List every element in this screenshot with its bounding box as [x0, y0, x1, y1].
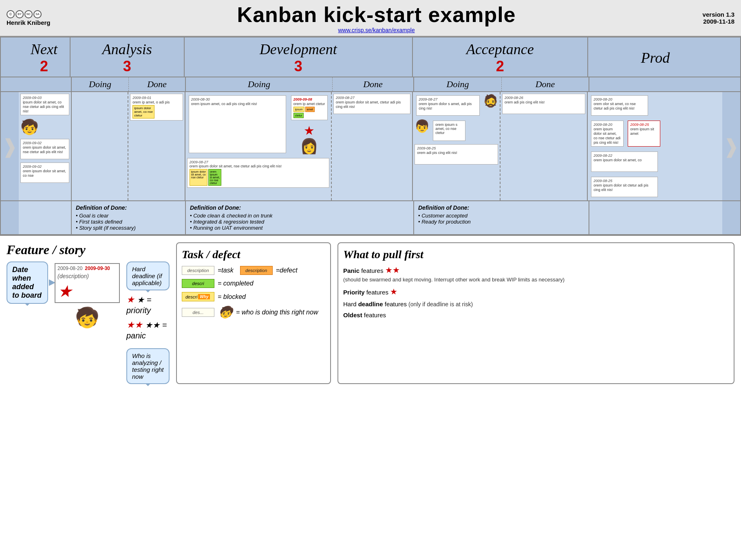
right-arrow-icon[interactable]: ❱	[723, 135, 739, 158]
prod-card-2: 2009-08-20 orem ipsum dolor sit amet, co…	[591, 121, 624, 147]
definition-row: Definition of Done: • Goal is clear • Fi…	[1, 200, 740, 234]
prod-card-5: 2009-08-25 orem ipsum dolor sit ctetur a…	[591, 177, 658, 197]
task-defect-title: Task / defect	[182, 248, 325, 261]
acc-done-card: 2009-08-26 orem adi pis cing elit nis!	[502, 94, 585, 114]
who-doing-chip: des... 🧒	[182, 305, 233, 319]
hard-deadline-text: Hard deadline (if applicable)	[132, 266, 162, 286]
story-star: ★	[57, 282, 117, 301]
right-annotations: Hard deadline (if applicable) ★ ★ = prio…	[126, 261, 170, 384]
dev-card-1: 2009-08-30 orem ipsum amet, co adi pis c…	[189, 95, 286, 153]
pull-item-3: Hard deadline features (only if deadline…	[343, 301, 729, 307]
card-text-3: orem ipsum dolor sit amet, co nse	[23, 169, 66, 178]
def-dev-items: • Code clean & checked in on trunk • Int…	[190, 213, 409, 231]
completed-chip: descri	[182, 279, 214, 288]
pull-item-2: Priority features ★	[343, 287, 729, 296]
dd-date-1: 2009-08-27	[336, 96, 408, 100]
analysis-wip: 3	[123, 58, 131, 75]
pull-1-bold: Panic	[343, 267, 359, 274]
who-analyzing-text: Who is analyzing / testing right now	[132, 352, 164, 380]
lower-section: Feature / story Date when added to board…	[0, 235, 741, 391]
def-prod	[589, 201, 722, 234]
ac-date-1: 2009-08-27	[419, 97, 477, 101]
right-arrow-spacer	[723, 37, 740, 77]
col-header-prod: Prod	[588, 37, 723, 77]
who-task-chip: des...	[182, 308, 214, 317]
task-chip-label: description	[187, 268, 209, 273]
dev-doing-top: 2009-08-30 orem ipsum amet, co adi pis c…	[185, 92, 331, 156]
header-right: version 1.3 2009-11-18	[703, 11, 734, 25]
col-header-dev: Development 3	[185, 37, 413, 77]
analysis-title: Analysis	[102, 41, 152, 58]
dev-wip: 3	[294, 58, 302, 75]
dev-doing-col: 2009-08-30 orem ipsum amet, co adi pis c…	[185, 92, 332, 200]
hard-deadline-bubble: Hard deadline (if applicable)	[126, 261, 170, 290]
acc-doing-top: 2009-08-27 orem ipsum dolor s amet, adi …	[413, 92, 499, 119]
analysis-done-col: 2009-09-01 orem ip amet, o adi pis ipsum…	[128, 92, 185, 200]
prod-card-1: 2009-08-20 orem olor sit amet, co nse ct…	[591, 95, 648, 116]
pc-text-3: orem ipsum sit amet	[630, 127, 654, 136]
left-arrow-spacer	[1, 37, 18, 77]
pc-text-5: orem ipsum dolor sit ctetur adi pis cing…	[593, 183, 648, 192]
sticky-1: ipsum doloramet, co nsectetur	[132, 105, 154, 119]
card-date-2: 2009-09-02	[23, 141, 67, 145]
pull-1-note: (should be swarmed and kept moving. Inte…	[343, 277, 729, 283]
col-header-analysis: Analysis 3	[71, 37, 185, 77]
pull-1-stars: ★★	[385, 266, 400, 275]
acc-card-3: 2009-08-25 orem adi pis cing elit nis!	[415, 144, 498, 165]
sh-prod-space	[589, 77, 722, 91]
prod-cards-top: 2009-08-20 orem olor sit amet, co nse ct…	[589, 94, 721, 199]
pc-text-2: orem ipsum dolor sit amet, co nse ctetur…	[593, 127, 620, 145]
card-date-3: 2009-09-02	[23, 165, 67, 169]
col-header-acceptance: Acceptance 2	[413, 37, 588, 77]
date-added-text: Date when added to board	[12, 266, 42, 299]
ad-date-1: 2009-09-01	[132, 96, 181, 100]
blocked-label: = blocked	[218, 293, 246, 301]
next-person-row: 🧒	[19, 117, 71, 137]
sh-acc-doing: Doing	[414, 77, 502, 91]
ad-text-1: orem ip amet, o adi pis	[132, 100, 170, 104]
ac-text-3: orem adi pis cing elit nis!	[417, 151, 457, 155]
dev-done-col: 2009-08-27 orem ipsum dolor sit amet, ct…	[332, 92, 413, 200]
author-name: Henrik Kniberg	[7, 19, 51, 26]
ac-text-2: orem ipsum s amet, co nse ctetur	[435, 123, 457, 135]
def-acc-title: Definition of Done:	[418, 204, 584, 211]
defect-equals-label: =defect	[276, 267, 298, 274]
acceptance-doing-col: 2009-08-27 orem ipsum dolor s amet, adi …	[413, 92, 500, 200]
completed-chip-label: descri	[192, 281, 204, 286]
sh-analysis-doing: Doing	[72, 77, 129, 91]
story-card: 2009-08-20 2009-09-30 (description) ★	[55, 263, 120, 303]
pc-date-1: 2009-08-20	[593, 97, 646, 101]
story-card-dates: 2009-08-20 2009-09-30	[57, 266, 117, 271]
sh-right-space	[722, 77, 740, 91]
next-card-3: 2009-09-02 orem ipsum dolor sit amet, co…	[20, 163, 69, 183]
page-title: Kanban kick-start example	[51, 2, 703, 27]
pc-date-3: 2009-08-25	[630, 123, 658, 127]
priority-label: ★ ★ = priority	[126, 294, 170, 316]
def-analysis-items: • Goal is clear • First tasks defined • …	[76, 213, 181, 231]
sticky-dev-5: oremipsumsi amet,co nsectetur	[208, 169, 222, 186]
date-when-added-bubble: Date when added to board	[7, 261, 48, 304]
next-title: Next	[31, 41, 57, 58]
board-body: ❱ 2009-09-03 ipsum dolor sit amet, co ns…	[1, 92, 740, 200]
blocked-chip: descri Why	[182, 292, 214, 301]
dev-doing-right: 2009-09-08 orem ip amet ctetur ipsum ame…	[289, 94, 329, 155]
left-arrow-container[interactable]: ❱	[1, 92, 19, 200]
kanban-board: Next 2 Analysis 3 Development 3 Acceptan…	[0, 37, 741, 235]
completed-row: descri = completed	[182, 279, 325, 288]
left-arrow-icon[interactable]: ❱	[2, 135, 18, 158]
def-analysis-title: Definition of Done:	[76, 204, 181, 211]
pc-text-1: orem olor sit amet, co nse ctetur adi pi…	[593, 102, 636, 110]
def-dev-title: Definition of Done:	[190, 204, 409, 211]
dev-card-2: 2009-09-08 orem ip amet ctetur ipsum ame…	[291, 95, 328, 120]
story-description: (description)	[57, 273, 117, 279]
dev-done-card-1: 2009-08-27 orem ipsum dolor sit amet, ct…	[333, 94, 410, 114]
dev-title: Development	[260, 41, 337, 58]
who-task-label: des...	[193, 310, 204, 315]
dc-date-2: 2009-09-08	[293, 97, 325, 101]
pull-item-4: Oldest features	[343, 312, 729, 318]
right-arrow-container[interactable]: ❱	[722, 92, 740, 200]
pull-4-bold: Oldest	[343, 312, 362, 318]
pull-3-deadline-bold: deadline	[358, 301, 383, 307]
dc-text-2: orem ip amet ctetur	[293, 102, 325, 106]
def-next	[19, 201, 72, 234]
